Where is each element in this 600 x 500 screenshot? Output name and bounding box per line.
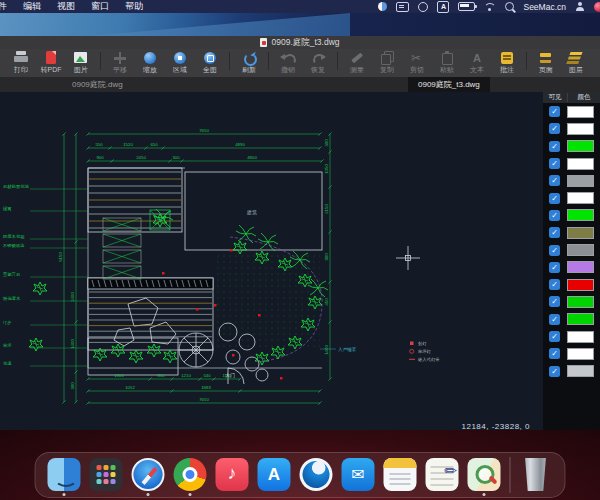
menu-item-2[interactable]: 视图	[57, 0, 75, 13]
layer-color-swatch[interactable]	[567, 348, 594, 360]
tab-document-2[interactable]: 0909庭院_t3.dwg	[408, 77, 490, 92]
svg-text:嵌入式灯带: 嵌入式灯带	[418, 357, 440, 362]
dock-cad-viewer[interactable]	[468, 455, 501, 495]
menu-item-1[interactable]: 编辑	[23, 0, 41, 13]
toolbar-layers-button[interactable]: 图层	[561, 51, 591, 75]
toolbar-undo-button[interactable]: 撤销	[273, 51, 303, 75]
layer-color-swatch[interactable]	[567, 365, 594, 377]
layer-visible-checkbox[interactable]: ✓	[549, 314, 560, 325]
layer-visible-checkbox[interactable]: ✓	[549, 175, 560, 186]
toolbar-pages-button[interactable]: 页面	[531, 51, 561, 75]
menu-item-0[interactable]: 文件	[0, 0, 7, 13]
layer-color-swatch[interactable]	[567, 279, 594, 291]
dock-calendar[interactable]	[384, 455, 417, 495]
battery-icon[interactable]	[458, 2, 475, 11]
toolbar-annotate-button[interactable]: 批注	[492, 51, 522, 75]
window-title-bar[interactable]: 0909.庭院_t3.dwg	[0, 36, 600, 49]
layer-visible-checkbox[interactable]: ✓	[549, 158, 560, 169]
layer-color-swatch[interactable]	[567, 106, 594, 118]
menu-item-4[interactable]: 帮助	[125, 0, 143, 13]
dock-safari[interactable]	[132, 455, 165, 495]
layer-visible-checkbox[interactable]: ✓	[549, 193, 560, 204]
layer-visible-checkbox[interactable]: ✓	[549, 106, 560, 117]
layer-color-swatch[interactable]	[567, 227, 594, 239]
layer-row-1: ✓	[543, 120, 600, 137]
user-switch-icon[interactable]	[575, 2, 585, 11]
layer-row-15: ✓	[543, 362, 600, 379]
layer-visible-checkbox[interactable]: ✓	[549, 331, 560, 342]
toolbar-label: 图层	[562, 65, 590, 74]
copy-icon	[379, 51, 395, 65]
spotlight-search-icon[interactable]	[505, 2, 514, 11]
toolbar-redo-button[interactable]: 恢复	[303, 51, 333, 75]
layer-color-swatch[interactable]	[567, 123, 594, 135]
toolbar-refresh-button[interactable]: 刷新	[234, 51, 264, 75]
toolbar-text-button[interactable]: 文本	[462, 51, 492, 75]
toolbar-fit-button[interactable]: 全图	[195, 51, 225, 75]
layer-color-swatch[interactable]	[567, 192, 594, 204]
layer-color-swatch[interactable]	[567, 209, 594, 221]
layer-color-swatch[interactable]	[567, 313, 594, 325]
input-source-icon[interactable]: A	[437, 1, 449, 13]
dock-finder[interactable]	[48, 455, 81, 495]
dock-cad-drawing[interactable]	[300, 455, 333, 495]
toolbar-copy-button[interactable]: 复制	[372, 51, 402, 75]
siri-icon[interactable]	[594, 2, 600, 12]
screen: 文件编辑视图窗口帮助 A SeeMac.cn 0909.庭院_t3.dwg 打印…	[0, 0, 600, 500]
wifi-icon[interactable]	[484, 3, 496, 11]
menu-item-3[interactable]: 窗口	[91, 0, 109, 13]
layer-color-swatch[interactable]	[567, 140, 594, 152]
layer-visible-checkbox[interactable]: ✓	[549, 366, 560, 377]
layer-color-swatch[interactable]	[567, 158, 594, 170]
layer-visible-checkbox[interactable]: ✓	[549, 279, 560, 290]
layer-visible-checkbox[interactable]: ✓	[549, 348, 560, 359]
toolbar-label: 图片	[67, 65, 95, 74]
toolbar-label: 粘贴	[433, 65, 461, 74]
layer-visible-checkbox[interactable]: ✓	[549, 141, 560, 152]
layer-color-swatch[interactable]	[567, 296, 594, 308]
callout-labels: 石材贴面花池绿篱防腐木花箱不锈钢收边景观置石特选灌木汀步草坪花境	[2, 184, 88, 366]
status-ring-icon[interactable]	[418, 2, 428, 12]
layer-visible-checkbox[interactable]: ✓	[549, 210, 560, 221]
layer-color-swatch[interactable]	[567, 244, 594, 256]
layer-color-swatch[interactable]	[567, 261, 594, 273]
toolbar-cut-button[interactable]: 剪切	[402, 51, 432, 75]
toolbar-label: 复制	[373, 65, 401, 74]
layer-visible-checkbox[interactable]: ✓	[549, 227, 560, 238]
layer-color-swatch[interactable]	[567, 331, 594, 343]
dock-notes[interactable]	[426, 455, 459, 495]
toolbar-pdf-button[interactable]: 转PDF	[36, 51, 66, 75]
dock-music[interactable]	[216, 455, 249, 495]
building-label: 建筑	[246, 209, 257, 216]
toolbar-region-button[interactable]: 区域	[165, 51, 195, 75]
dock-trash[interactable]	[520, 455, 553, 495]
svg-text:不锈钢收边: 不锈钢收边	[2, 243, 24, 248]
svg-text:绿篱: 绿篱	[3, 206, 12, 211]
dock-mail[interactable]	[342, 455, 375, 495]
control-center-icon[interactable]	[378, 2, 387, 11]
toolbar-image-button[interactable]: 图片	[66, 51, 96, 75]
dock-chrome[interactable]	[174, 455, 207, 495]
dock-appstore[interactable]	[258, 455, 291, 495]
svg-text:防腐木花箱: 防腐木花箱	[3, 234, 25, 240]
toolbar-zoom-button[interactable]: 缩放	[135, 51, 165, 75]
toolbar-measure-button[interactable]: 测量	[342, 51, 372, 75]
toolbar-paste-button[interactable]: 粘贴	[432, 51, 462, 75]
layer-visible-checkbox[interactable]: ✓	[549, 123, 560, 134]
desktop-area	[0, 430, 600, 500]
drawing-viewport[interactable]: 7650550152065048909002450300480019008501…	[0, 92, 543, 434]
toolbar-separator	[268, 52, 269, 70]
toolbar-label: 批注	[493, 65, 521, 74]
layer-visible-checkbox[interactable]: ✓	[549, 262, 560, 273]
dock-launchpad[interactable]	[90, 455, 123, 495]
svg-text:特选灌木: 特选灌木	[3, 296, 21, 302]
layer-visible-checkbox[interactable]: ✓	[549, 245, 560, 256]
toolbar-printer-button[interactable]: 打印	[6, 51, 36, 75]
layer-visible-checkbox[interactable]: ✓	[549, 296, 560, 307]
toolbar-pan-button[interactable]: 平移	[105, 51, 135, 75]
drawing-canvas[interactable]: 7650550152065048909002450300480019008501…	[0, 92, 543, 430]
layer-color-swatch[interactable]	[567, 175, 594, 187]
toolbar-label: 页面	[532, 65, 560, 74]
tab-document-1[interactable]: 0909庭院.dwg	[62, 77, 133, 92]
screen-mirroring-icon[interactable]	[396, 2, 409, 12]
